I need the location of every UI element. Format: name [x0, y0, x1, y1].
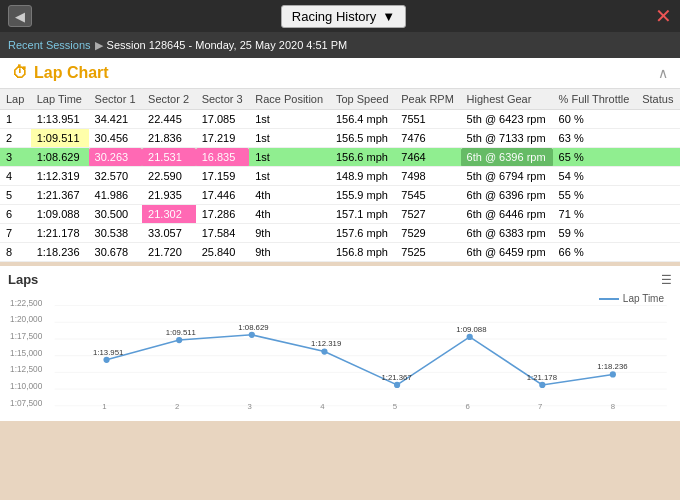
col-sector2: Sector 2 — [142, 89, 196, 110]
breadcrumb-bar: Recent Sessions ▶ Session 128645 - Monda… — [0, 32, 680, 58]
svg-point-23 — [394, 382, 400, 388]
cell-s2: 33.057 — [142, 224, 196, 243]
cell-lap: 8 — [0, 243, 31, 262]
cell-gear: 5th @ 7133 rpm — [461, 129, 553, 148]
col-sector3: Sector 3 — [196, 89, 250, 110]
cell-gear: 6th @ 6446 rpm — [461, 205, 553, 224]
back-button[interactable]: ◀ — [8, 5, 32, 27]
cell-laptime: 1:12.319 — [31, 167, 89, 186]
svg-text:1:20,000: 1:20,000 — [10, 314, 43, 324]
svg-text:6: 6 — [465, 402, 469, 411]
clock-icon: ⏱ — [12, 64, 28, 82]
cell-peakrpm: 7498 — [395, 167, 460, 186]
svg-point-25 — [467, 334, 473, 340]
table-row: 11:13.95134.42122.44517.0851st156.4 mph7… — [0, 110, 680, 129]
svg-point-19 — [249, 332, 255, 338]
svg-text:2: 2 — [175, 402, 179, 411]
cell-throttle: 55 % — [553, 186, 637, 205]
cell-gear: 6th @ 6383 rpm — [461, 224, 553, 243]
cell-pos: 1st — [249, 148, 330, 167]
chart-menu-icon[interactable]: ☰ — [661, 273, 672, 287]
cell-s1: 30.263 — [89, 148, 143, 167]
laps-title: Laps — [8, 272, 38, 287]
table-row: 61:09.08830.50021.30217.2864th157.1 mph7… — [0, 205, 680, 224]
lap-table: Lap Lap Time Sector 1 Sector 2 Sector 3 … — [0, 89, 680, 262]
cell-s3: 25.840 — [196, 243, 250, 262]
cell-laptime: 1:18.236 — [31, 243, 89, 262]
cell-s2: 21.302 — [142, 205, 196, 224]
cell-s1: 41.986 — [89, 186, 143, 205]
cell-gear: 6th @ 6396 rpm — [461, 186, 553, 205]
cell-s2: 21.531 — [142, 148, 196, 167]
col-sector1: Sector 1 — [89, 89, 143, 110]
recent-sessions-link[interactable]: Recent Sessions — [8, 39, 91, 51]
svg-text:4: 4 — [320, 402, 325, 411]
cell-pos: 1st — [249, 167, 330, 186]
cell-status — [636, 205, 680, 224]
col-status: Status — [636, 89, 680, 110]
cell-s2: 21.935 — [142, 186, 196, 205]
lap-time-chart: 1:22,500 1:20,000 1:17,500 1:15,000 1:12… — [8, 291, 672, 411]
cell-status — [636, 224, 680, 243]
cell-s1: 30.538 — [89, 224, 143, 243]
cell-laptime: 1:09.511 — [31, 129, 89, 148]
col-topspeed: Top Speed — [330, 89, 395, 110]
cell-pos: 9th — [249, 243, 330, 262]
lap-chart-section: ⏱ Lap Chart ∧ Lap Lap Time Sector 1 Sect… — [0, 58, 680, 262]
cell-s3: 16.835 — [196, 148, 250, 167]
cell-topspeed: 157.6 mph — [330, 224, 395, 243]
svg-text:1:10,000: 1:10,000 — [10, 381, 43, 391]
cell-pos: 1st — [249, 110, 330, 129]
cell-throttle: 65 % — [553, 148, 637, 167]
lap-chart-title-container: ⏱ Lap Chart — [12, 64, 109, 82]
cell-lap: 6 — [0, 205, 31, 224]
svg-text:7: 7 — [538, 402, 542, 411]
cell-lap: 1 — [0, 110, 31, 129]
cell-peakrpm: 7529 — [395, 224, 460, 243]
close-button[interactable]: ✕ — [655, 6, 672, 26]
svg-text:1:07,500: 1:07,500 — [10, 398, 43, 408]
table-row: 21:09.51130.45621.83617.2191st156.5 mph7… — [0, 129, 680, 148]
cell-topspeed: 155.9 mph — [330, 186, 395, 205]
legend-line-icon — [599, 298, 619, 300]
legend-label: Lap Time — [623, 293, 664, 304]
table-row: 71:21.17830.53833.05717.5849th157.6 mph7… — [0, 224, 680, 243]
svg-text:1:09.088: 1:09.088 — [456, 325, 486, 334]
racing-history-dropdown[interactable]: Racing History ▼ — [281, 5, 406, 28]
cell-throttle: 63 % — [553, 129, 637, 148]
cell-status — [636, 110, 680, 129]
cell-status — [636, 148, 680, 167]
cell-s3: 17.219 — [196, 129, 250, 148]
svg-point-17 — [176, 337, 182, 343]
col-gear: Highest Gear — [461, 89, 553, 110]
session-label: Session 128645 - Monday, 25 May 2020 4:5… — [107, 39, 348, 51]
collapse-icon[interactable]: ∧ — [658, 65, 668, 81]
cell-throttle: 60 % — [553, 110, 637, 129]
cell-gear: 6th @ 6459 rpm — [461, 243, 553, 262]
top-bar-right: ✕ — [655, 6, 672, 26]
col-peakrpm: Peak RPM — [395, 89, 460, 110]
top-bar-left: ◀ — [8, 5, 32, 27]
cell-pos: 9th — [249, 224, 330, 243]
cell-gear: 6th @ 6396 rpm — [461, 148, 553, 167]
svg-text:5: 5 — [393, 402, 398, 411]
cell-s3: 17.584 — [196, 224, 250, 243]
cell-gear: 5th @ 6423 rpm — [461, 110, 553, 129]
cell-lap: 3 — [0, 148, 31, 167]
chart-legend: Lap Time — [599, 293, 664, 304]
laps-header: Laps ☰ — [8, 272, 672, 287]
svg-point-21 — [321, 348, 327, 354]
cell-throttle: 66 % — [553, 243, 637, 262]
cell-s2: 22.590 — [142, 167, 196, 186]
col-lap: Lap — [0, 89, 31, 110]
cell-pos: 4th — [249, 205, 330, 224]
cell-s2: 21.836 — [142, 129, 196, 148]
cell-lap: 4 — [0, 167, 31, 186]
cell-status — [636, 129, 680, 148]
cell-peakrpm: 7551 — [395, 110, 460, 129]
top-bar: ◀ Racing History ▼ ✕ — [0, 0, 680, 32]
cell-s3: 17.159 — [196, 167, 250, 186]
svg-point-29 — [610, 371, 616, 377]
dropdown-label: Racing History — [292, 9, 377, 24]
svg-text:1:18.236: 1:18.236 — [597, 362, 627, 371]
